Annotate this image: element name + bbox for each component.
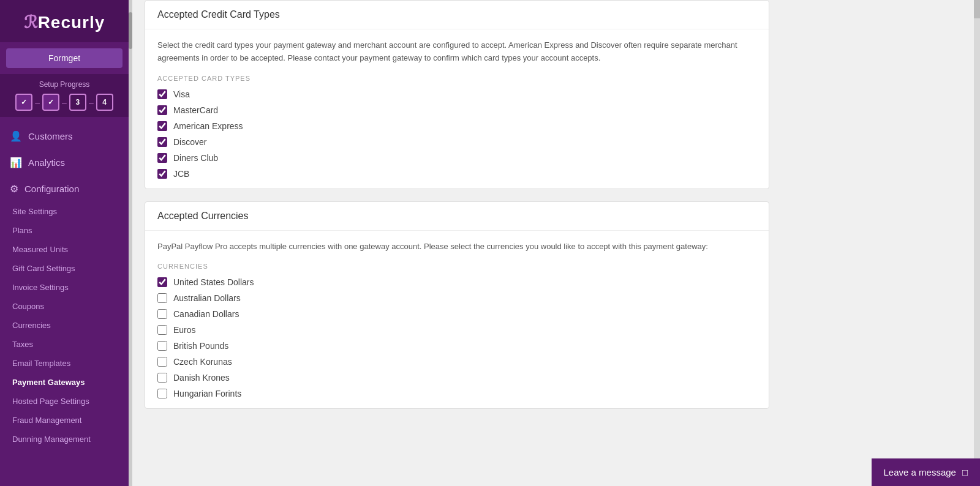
checkbox-diners[interactable]: Diners Club <box>157 153 756 163</box>
sidebar-item-customers-label: Customers <box>28 131 73 141</box>
currencies-list: United States Dollars Australian Dollars… <box>157 277 756 398</box>
sidebar-item-analytics-label: Analytics <box>28 157 65 168</box>
checkbox-czk[interactable]: Czech Korunas <box>157 357 756 367</box>
card-types-section-label: ACCEPTED CARD TYPES <box>157 75 756 82</box>
right-scrollbar-thumb <box>974 0 980 18</box>
setup-label: Setup Progress <box>6 80 123 89</box>
leave-message-button[interactable]: Leave a message □ <box>872 458 980 486</box>
currencies-body: PayPal Payflow Pro accepts multiple curr… <box>145 231 769 409</box>
nav-section: 👤 Customers 📊 Analytics ⚙ Configuration … <box>0 117 129 486</box>
sidebar-sub-site-settings[interactable]: Site Settings <box>0 202 129 221</box>
checkbox-usd-input[interactable] <box>157 277 167 287</box>
credit-card-header: Accepted Credit Card Types <box>145 1 769 29</box>
currencies-card: Accepted Currencies PayPal Payflow Pro a… <box>145 201 769 409</box>
checkbox-jcb-input[interactable] <box>157 169 167 179</box>
checkbox-czk-input[interactable] <box>157 357 167 367</box>
content-area: Accepted Credit Card Types Select the cr… <box>132 0 782 433</box>
app-logo: ℛRecurly <box>6 12 123 32</box>
sidebar-sub-currencies[interactable]: Currencies <box>0 316 129 335</box>
checkbox-cad-input[interactable] <box>157 309 167 319</box>
checkbox-amex[interactable]: American Express <box>157 121 756 131</box>
currencies-header: Accepted Currencies <box>145 202 769 231</box>
checkbox-visa-label: Visa <box>173 89 190 99</box>
checkbox-dkk[interactable]: Danish Krones <box>157 373 756 383</box>
checkbox-diners-input[interactable] <box>157 153 167 163</box>
checkbox-discover-label: Discover <box>173 137 206 147</box>
checkbox-czk-label: Czech Korunas <box>173 357 232 367</box>
checkbox-dkk-input[interactable] <box>157 373 167 383</box>
sidebar-item-analytics[interactable]: 📊 Analytics <box>0 149 129 176</box>
sidebar-sub-plans[interactable]: Plans <box>0 221 129 240</box>
setup-steps: ✓ – ✓ – 3 – 4 <box>6 94 123 111</box>
step-3[interactable]: 3 <box>69 94 86 111</box>
dash-2: – <box>62 97 67 107</box>
sidebar-sub-payment-gateways[interactable]: Payment Gateways <box>0 373 129 392</box>
checkbox-mastercard-label: MasterCard <box>173 105 218 115</box>
checkbox-discover[interactable]: Discover <box>157 137 756 147</box>
card-types-list: Visa MasterCard American Express Discove… <box>157 89 756 179</box>
checkbox-usd-label: United States Dollars <box>173 277 254 287</box>
currencies-section-label: CURRENCIES <box>157 263 756 270</box>
checkbox-usd[interactable]: United States Dollars <box>157 277 756 287</box>
credit-card-description: Select the credit card types your paymen… <box>157 39 756 65</box>
checkbox-aud[interactable]: Australian Dollars <box>157 293 756 303</box>
checkbox-mastercard-input[interactable] <box>157 105 167 115</box>
sidebar-scrollbar[interactable] <box>129 0 132 486</box>
sidebar-sub-taxes[interactable]: Taxes <box>0 335 129 354</box>
checkbox-amex-input[interactable] <box>157 121 167 131</box>
checkbox-eur[interactable]: Euros <box>157 325 756 335</box>
checkbox-gbp-input[interactable] <box>157 341 167 351</box>
checkbox-aud-label: Australian Dollars <box>173 293 241 303</box>
checkbox-amex-label: American Express <box>173 121 243 131</box>
sidebar-sub-hosted-page-settings[interactable]: Hosted Page Settings <box>0 392 129 411</box>
checkbox-gbp[interactable]: British Pounds <box>157 341 756 351</box>
checkbox-cad-label: Canadian Dollars <box>173 309 239 319</box>
chat-icon: □ <box>962 467 968 477</box>
sidebar-scrollbar-thumb <box>129 12 132 49</box>
checkbox-diners-label: Diners Club <box>173 153 218 163</box>
checkbox-huf-label: Hungarian Forints <box>173 389 241 398</box>
checkbox-dkk-label: Danish Krones <box>173 373 230 383</box>
configuration-icon: ⚙ <box>10 183 18 195</box>
setup-section: Setup Progress ✓ – ✓ – 3 – 4 <box>0 74 129 117</box>
sidebar-sub-email-templates[interactable]: Email Templates <box>0 354 129 373</box>
sidebar: ℛRecurly Formget Setup Progress ✓ – ✓ – … <box>0 0 129 486</box>
dash-1: – <box>35 97 40 107</box>
sidebar-sub-gift-card-settings[interactable]: Gift Card Settings <box>0 259 129 278</box>
sidebar-sub-dunning-management[interactable]: Dunning Management <box>0 430 129 449</box>
checkbox-discover-input[interactable] <box>157 137 167 147</box>
checkbox-aud-input[interactable] <box>157 293 167 303</box>
currencies-title: Accepted Currencies <box>157 211 756 222</box>
checkbox-visa[interactable]: Visa <box>157 89 756 99</box>
checkbox-visa-input[interactable] <box>157 89 167 99</box>
sidebar-item-customers[interactable]: 👤 Customers <box>0 123 129 149</box>
customers-icon: 👤 <box>10 130 22 142</box>
sidebar-sub-measured-units[interactable]: Measured Units <box>0 240 129 259</box>
sidebar-sub-coupons[interactable]: Coupons <box>0 297 129 316</box>
main-content: Accepted Credit Card Types Select the cr… <box>132 0 974 486</box>
step-4[interactable]: 4 <box>96 94 113 111</box>
account-button[interactable]: Formget <box>6 48 123 68</box>
checkbox-cad[interactable]: Canadian Dollars <box>157 309 756 319</box>
sidebar-item-configuration[interactable]: ⚙ Configuration <box>0 176 129 202</box>
sidebar-item-configuration-label: Configuration <box>24 184 79 194</box>
analytics-icon: 📊 <box>10 157 22 168</box>
checkbox-eur-input[interactable] <box>157 325 167 335</box>
currencies-description: PayPal Payflow Pro accepts multiple curr… <box>157 241 756 253</box>
leave-message-label: Leave a message <box>884 467 956 477</box>
checkbox-huf[interactable]: Hungarian Forints <box>157 389 756 398</box>
checkbox-jcb[interactable]: JCB <box>157 169 756 179</box>
step-1[interactable]: ✓ <box>15 94 32 111</box>
dash-3: – <box>89 97 94 107</box>
checkbox-mastercard[interactable]: MasterCard <box>157 105 756 115</box>
sidebar-sub-fraud-management[interactable]: Fraud Management <box>0 411 129 430</box>
checkbox-huf-input[interactable] <box>157 389 167 398</box>
step-2[interactable]: ✓ <box>42 94 59 111</box>
right-scrollbar[interactable] <box>974 0 980 486</box>
logo-area: ℛRecurly <box>0 0 129 42</box>
credit-card-card: Accepted Credit Card Types Select the cr… <box>145 0 769 189</box>
checkbox-gbp-label: British Pounds <box>173 341 228 351</box>
checkbox-jcb-label: JCB <box>173 169 189 179</box>
sidebar-sub-invoice-settings[interactable]: Invoice Settings <box>0 278 129 297</box>
credit-card-body: Select the credit card types your paymen… <box>145 29 769 189</box>
